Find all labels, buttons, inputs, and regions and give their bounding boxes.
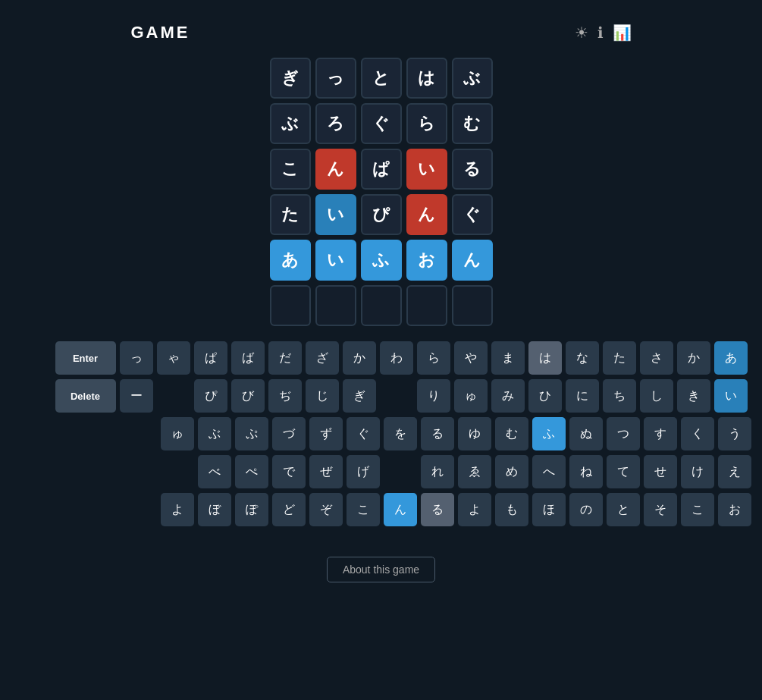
grid-cell-0-0: ぎ <box>270 58 311 99</box>
about-button[interactable]: About this game <box>327 557 435 582</box>
key-4-6[interactable]: こ <box>347 493 380 526</box>
key-2-11[interactable]: ふ <box>532 417 566 450</box>
key-2-15[interactable]: く <box>681 417 714 450</box>
key-0-12[interactable]: な <box>566 341 599 375</box>
key-4-11[interactable]: ほ <box>532 493 566 526</box>
key-0-1[interactable]: ゃ <box>157 341 190 375</box>
key-4-10[interactable]: も <box>495 493 528 526</box>
key-1-3[interactable]: び <box>231 379 265 413</box>
key-3-10[interactable]: め <box>495 455 528 488</box>
key-4-8[interactable]: る <box>421 493 454 526</box>
key-1-16[interactable]: い <box>714 379 748 413</box>
grid-cell-4-1: い <box>315 240 356 281</box>
key-1-6[interactable]: ぎ <box>343 379 376 413</box>
key-enter[interactable]: Enter <box>55 341 116 375</box>
key-2-13[interactable]: つ <box>607 417 640 450</box>
key-0-8[interactable]: ら <box>417 341 450 375</box>
key-delete[interactable]: Delete <box>55 379 116 413</box>
key-1-12[interactable]: に <box>566 379 599 413</box>
key-3-3[interactable]: ぺ <box>235 455 268 488</box>
key-0-11[interactable]: は <box>528 341 562 375</box>
key-2-8[interactable]: る <box>421 417 454 450</box>
key-0-7[interactable]: わ <box>380 341 413 375</box>
key-3-2[interactable]: べ <box>198 455 231 488</box>
info-icon[interactable]: ℹ <box>597 24 604 42</box>
key-2-5[interactable]: ず <box>309 417 343 450</box>
key-4-9[interactable]: よ <box>458 493 491 526</box>
key-4-5[interactable]: ぞ <box>309 493 343 526</box>
key-2-16[interactable]: う <box>718 417 751 450</box>
key-1-8[interactable]: り <box>417 379 450 413</box>
key-1-14[interactable]: し <box>640 379 673 413</box>
key-4-15[interactable]: こ <box>681 493 714 526</box>
key-0-5[interactable]: ざ <box>306 341 339 375</box>
key-1-2[interactable]: ぴ <box>194 379 227 413</box>
sun-icon[interactable]: ☀ <box>575 24 588 42</box>
grid-cell-5-3 <box>406 285 447 326</box>
key-1-11[interactable]: ひ <box>528 379 562 413</box>
key-3-14[interactable]: せ <box>644 455 677 488</box>
key-3-0 <box>124 455 157 488</box>
key-2-2[interactable]: ぶ <box>198 417 231 450</box>
key-0-0[interactable]: っ <box>120 341 153 375</box>
key-4-2[interactable]: ぼ <box>198 493 231 526</box>
key-spacer-4 <box>55 493 120 526</box>
key-1-5[interactable]: じ <box>306 379 339 413</box>
key-3-6[interactable]: げ <box>347 455 380 488</box>
key-2-0 <box>124 417 157 450</box>
grid-row-1: ぶろぐらむ <box>270 103 493 144</box>
key-1-9[interactable]: ゅ <box>454 379 488 413</box>
key-3-12[interactable]: ね <box>569 455 603 488</box>
key-3-4[interactable]: で <box>272 455 306 488</box>
key-4-13[interactable]: と <box>607 493 640 526</box>
key-3-11[interactable]: へ <box>532 455 566 488</box>
key-4-4[interactable]: ど <box>272 493 306 526</box>
grid-cell-1-1: ろ <box>315 103 356 144</box>
header-icons: ☀ ℹ 📊 <box>575 24 632 42</box>
key-2-9[interactable]: ゆ <box>458 417 491 450</box>
key-3-15[interactable]: け <box>681 455 714 488</box>
key-2-12[interactable]: ぬ <box>569 417 603 450</box>
key-0-3[interactable]: ば <box>231 341 265 375</box>
key-3-13[interactable]: て <box>607 455 640 488</box>
key-1-15[interactable]: き <box>677 379 710 413</box>
key-0-6[interactable]: か <box>343 341 376 375</box>
key-3-7 <box>384 455 417 488</box>
key-1-0[interactable]: ー <box>120 379 153 413</box>
key-1-13[interactable]: ち <box>603 379 636 413</box>
key-3-8[interactable]: れ <box>421 455 454 488</box>
key-1-4[interactable]: ぢ <box>268 379 302 413</box>
key-2-10[interactable]: む <box>495 417 528 450</box>
key-1-10[interactable]: み <box>491 379 525 413</box>
grid-cell-4-2: ふ <box>361 240 402 281</box>
key-0-13[interactable]: た <box>603 341 636 375</box>
key-0-4[interactable]: だ <box>268 341 302 375</box>
grid-cell-1-3: ら <box>406 103 447 144</box>
key-2-1[interactable]: ゅ <box>161 417 194 450</box>
key-4-1[interactable]: よ <box>161 493 194 526</box>
key-4-16[interactable]: お <box>718 493 751 526</box>
key-0-15[interactable]: か <box>677 341 710 375</box>
key-4-12[interactable]: の <box>569 493 603 526</box>
key-4-14[interactable]: そ <box>644 493 677 526</box>
key-4-7[interactable]: ん <box>384 493 417 526</box>
key-4-3[interactable]: ぽ <box>235 493 268 526</box>
chart-icon[interactable]: 📊 <box>613 24 632 42</box>
key-2-14[interactable]: す <box>644 417 677 450</box>
grid-row-3: たいぴんぐ <box>270 194 493 235</box>
grid-cell-1-4: む <box>452 103 493 144</box>
key-spacer-3 <box>55 455 120 488</box>
key-3-16[interactable]: え <box>718 455 751 488</box>
grid-cell-1-2: ぐ <box>361 103 402 144</box>
key-0-10[interactable]: ま <box>491 341 525 375</box>
key-2-4[interactable]: づ <box>272 417 306 450</box>
key-2-7[interactable]: を <box>384 417 417 450</box>
key-3-9[interactable]: ゑ <box>458 455 491 488</box>
key-3-5[interactable]: ぜ <box>309 455 343 488</box>
key-0-2[interactable]: ぱ <box>194 341 227 375</box>
key-2-3[interactable]: ぷ <box>235 417 268 450</box>
key-0-14[interactable]: さ <box>640 341 673 375</box>
key-0-9[interactable]: や <box>454 341 488 375</box>
key-2-6[interactable]: ぐ <box>347 417 380 450</box>
key-0-16[interactable]: あ <box>714 341 748 375</box>
